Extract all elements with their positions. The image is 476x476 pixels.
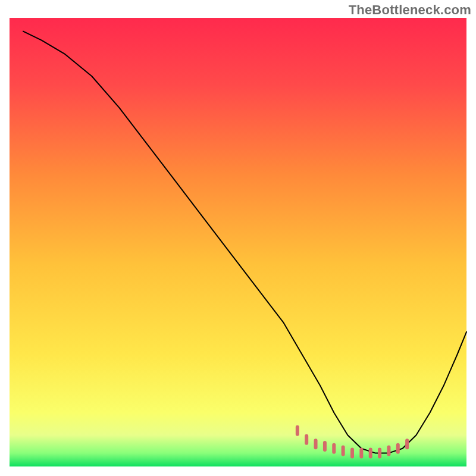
chart-svg [0, 0, 476, 476]
watermark-label: TheBottleneck.com [349, 2, 471, 18]
plot-background [10, 18, 466, 466]
chart-root: TheBottleneck.com [0, 0, 476, 476]
